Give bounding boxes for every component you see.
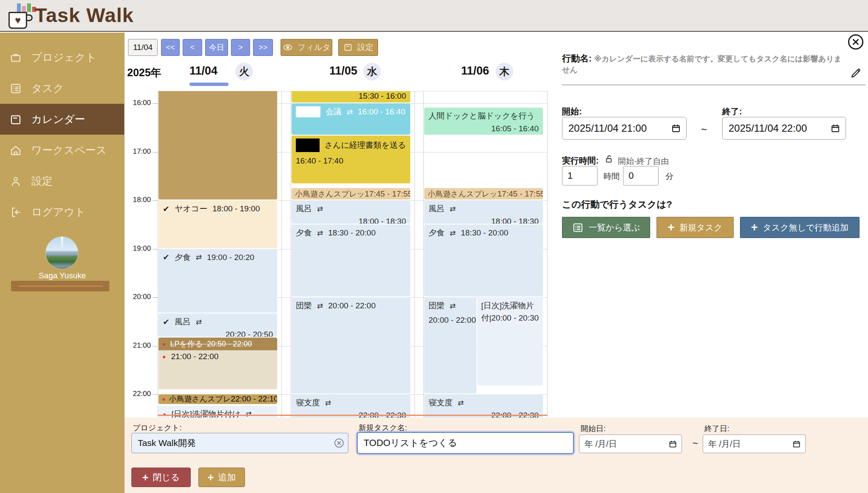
calendar-event[interactable]: 会議⇄16:00 - 16:40 [292,103,410,135]
time-label: 18:00 [125,196,151,204]
user-avatar[interactable] [45,236,78,269]
calendar-event[interactable]: ✔ヤオコー18:00 - 19:00 [159,200,277,248]
sidebar-nav: プロジェクト タスク カレンダー ワークスペース 設定 ログアウト [0,33,124,227]
close-button[interactable]: + 閉じる [131,468,191,487]
next-week-button[interactable]: >> [253,39,273,56]
day-header-date[interactable]: 11/05 [329,64,357,78]
event-time: 22:00 - 22:10 [231,394,277,404]
year-label: 2025年 [127,66,161,80]
no-task-label: タスク無しで行動追加 [763,222,849,233]
calendar-event[interactable]: ●LPを作る 20:50 - 22:00●21:00 - 22:00 [159,338,277,389]
new-task-button[interactable]: + 新規タスク [657,217,734,238]
filter-button[interactable]: フィルタ [281,39,332,56]
calendar-icon [9,113,22,126]
add-action-without-task-button[interactable]: + タスク無しで行動追加 [740,217,860,238]
repeat-icon: ⇄ [317,302,323,310]
sidebar-item-label: プロジェクト [31,50,97,64]
eye-icon [282,42,293,53]
event-time: 22:00 - 22:30 [424,408,543,418]
calendar-event[interactable]: 夕食⇄18:30 - 20:00 [292,224,410,296]
sidebar-item-settings[interactable]: 設定 [0,166,124,197]
action-name-underline [562,85,865,85]
sidebar-item-workspace[interactable]: ワークスペース [0,135,124,166]
sidebar-item-calendar[interactable]: カレンダー [0,104,124,135]
repeat-icon: ⇄ [196,253,202,262]
calendar-date-input[interactable] [128,39,158,56]
sidebar-item-label: タスク [31,81,64,95]
sidebar-item-projects[interactable]: プロジェクト [0,42,124,73]
filter-button-label: フィルタ [298,42,331,53]
time-label: 22:00 [125,390,151,398]
event-time: 20:00 - 22:00 [424,311,476,325]
add-button[interactable]: + 追加 [198,468,245,487]
repeat-icon: ⇄ [450,229,456,238]
calendar-picker-icon[interactable] [830,123,840,133]
start-datetime-input[interactable]: 2025/11/04 21:00 [562,117,687,140]
calendar-event[interactable]: 団欒⇄20:00 - 22:00 [292,297,410,393]
user-name: Saga Yusuke [0,271,125,280]
repeat-icon: ⇄ [458,399,464,407]
repeat-icon: ⇄ [196,318,202,327]
calendar-event[interactable]: ✔風呂⇄20:20 - 20:50 [159,313,277,337]
home-icon [9,144,22,157]
app-title: Task Walk [35,3,134,27]
end-date-input[interactable]: 年 /月/日 [703,435,806,453]
calendar-event[interactable]: 風呂⇄18:00 - 18:30 [292,200,410,224]
hours-input[interactable] [562,166,598,186]
event-time: 16:00 - 16:40 [358,107,405,116]
event-title: 夕食 [175,252,191,263]
repeat-icon: ⇄ [245,410,251,418]
hour-tick [153,103,158,104]
current-time-line [158,415,547,416]
prev-week-button[interactable]: << [161,39,180,56]
calendar-settings-button[interactable]: 設定 [338,39,378,56]
calendar-event[interactable]: さんに経理書類を送る16:40 - 17:40 [292,136,410,183]
event-title: ヤオコー [175,203,207,214]
sidebar-item-tasks[interactable]: タスク [0,73,124,104]
day-header-date[interactable]: 11/04 [189,64,217,78]
plus-icon: + [751,222,758,233]
calendar-event[interactable] [159,91,277,199]
clear-project-icon[interactable] [333,437,345,449]
calendar-event[interactable]: 風呂⇄18:00 - 18:30 [424,200,543,224]
task-question-label: この行動で行うタスクは? [562,198,672,211]
check-icon: ✔ [163,252,170,262]
calendar-event[interactable]: 夕食⇄18:30 - 20:00 [424,224,543,296]
logo-bars-icon [17,3,36,12]
next-day-button[interactable]: > [231,39,250,56]
unlock-icon[interactable] [604,153,615,165]
sidebar-item-label: ワークスペース [31,143,107,157]
choose-from-list-button[interactable]: 一覧から選ぶ [562,217,650,238]
sidebar-item-logout[interactable]: ログアウト [0,197,124,227]
calendar-event[interactable]: 15:30 - 16:00 [292,91,410,102]
event-title: 人間ドックと脳ドックを行う [428,111,535,122]
calendar-picker-icon[interactable] [792,440,801,449]
event-title: さんに経理書類を送る [325,140,406,151]
day-header-date[interactable]: 11/06 [461,64,489,78]
calendar-event[interactable]: 人間ドックと脳ドックを行う16:05 - 16:40 [424,108,543,135]
weekday-badge: 木 [495,63,513,80]
calendar-event[interactable]: 小鳥遊さんスプレッ17:45 - 17:55 [292,188,410,199]
today-button[interactable]: 今日 [205,39,228,56]
calendar-event[interactable]: [日次]洗濯物片付|20:00 - 20:30 [477,297,543,385]
event-title: LPを作る 20:50 - 22:00 [170,339,252,349]
close-icon[interactable] [847,33,865,51]
calendar-event[interactable]: ✔夕食⇄19:00 - 20:20 [159,249,277,313]
minutes-input[interactable] [623,166,659,186]
calendar-event[interactable]: 小鳥遊さんスプレッ17:45 - 17:55 [424,188,543,199]
prev-day-button[interactable]: < [183,39,202,56]
column-border [547,91,548,418]
start-date-input[interactable]: 年 /月/日 [579,435,682,453]
project-input[interactable] [131,433,348,453]
event-title: 団欒 [296,300,312,311]
edit-pencil-icon[interactable] [849,66,863,80]
new-task-name-input[interactable] [357,432,574,454]
time-label: 21:00 [125,341,151,350]
end-datetime-input[interactable]: 2025/11/04 22:00 [722,117,846,140]
calendar-picker-icon[interactable] [671,123,681,133]
redacted-text [296,138,320,152]
calendar-event[interactable]: ●[日次]洗濯物片付け⇄ [159,406,277,418]
calendar-picker-icon[interactable] [668,440,677,449]
calendar-event[interactable]: 団欒⇄20:00 - 22:00 [424,297,476,393]
calendar-event[interactable]: ●小鳥遊さんスプレ22:00 - 22:10 [159,394,277,404]
